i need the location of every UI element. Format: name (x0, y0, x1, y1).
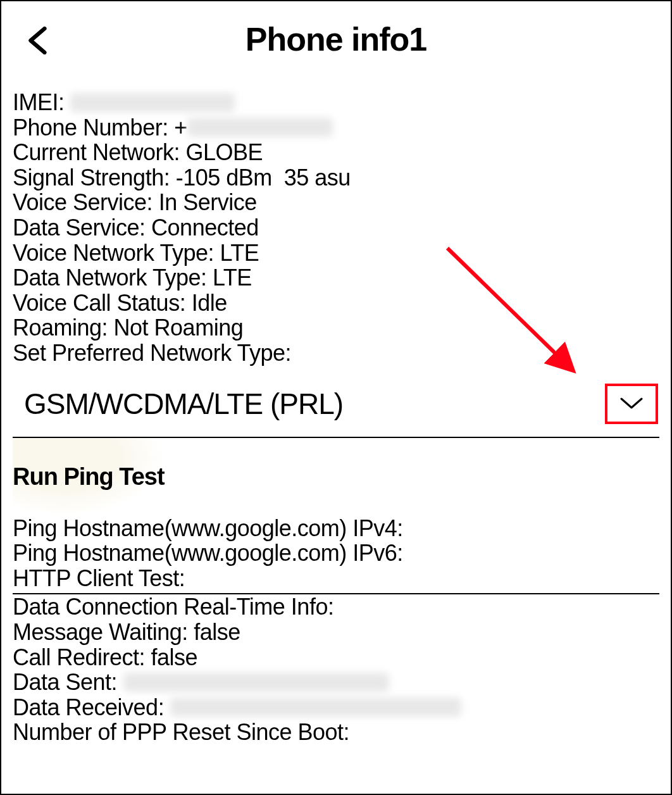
data-service-label: Data Service: (13, 215, 151, 241)
ping-ipv6-label: Ping Hostname(www.google.com) IPv6: (13, 541, 403, 566)
ppp-reset-label: Number of PPP Reset Since Boot: (13, 720, 349, 745)
voice-call-status-row: Voice Call Status: Idle (13, 291, 659, 316)
signal-strength-row: Signal Strength: -105 dBm 35 asu (13, 165, 659, 191)
ppp-reset-row: Number of PPP Reset Since Boot: (13, 720, 659, 745)
call-redirect-value: false (151, 645, 198, 670)
voice-service-row: Voice Service: In Service (13, 190, 659, 215)
header-bar: Phone info1 (1, 1, 671, 84)
dropdown-selected-value: GSM/WCDMA/LTE (PRL) (24, 387, 343, 421)
run-ping-test-button[interactable]: Run Ping Test (13, 438, 165, 516)
data-service-row: Data Service: Connected (13, 215, 659, 241)
http-client-test-row: HTTP Client Test: (13, 566, 659, 591)
message-waiting-label: Message Waiting: (13, 620, 194, 645)
data-service-value: Connected (151, 215, 259, 241)
http-client-test-label: HTTP Client Test: (13, 566, 185, 591)
phone-number-prefix: + (174, 115, 187, 141)
voice-call-status-value: Idle (192, 291, 227, 316)
imei-value-redacted (70, 93, 235, 112)
back-button[interactable] (27, 27, 51, 57)
signal-strength-label: Signal Strength: (13, 165, 176, 191)
voice-network-type-value: LTE (220, 241, 259, 266)
network-type-dropdown[interactable]: GSM/WCDMA/LTE (PRL) (13, 371, 659, 438)
signal-strength-value: -105 dBm 35 asu (176, 165, 351, 191)
phone-number-value-redacted (187, 118, 333, 137)
call-redirect-row: Call Redirect: false (13, 645, 659, 670)
data-received-row: Data Received: (13, 695, 659, 720)
imei-row: IMEI: (13, 90, 659, 115)
realtime-header-label: Data Connection Real-Time Info: (13, 594, 333, 620)
data-sent-row: Data Sent: (13, 670, 659, 695)
data-network-type-value: LTE (213, 265, 252, 291)
current-network-row: Current Network: GLOBE (13, 140, 659, 165)
data-network-type-row: Data Network Type: LTE (13, 265, 659, 291)
preferred-network-label: Set Preferred Network Type: (13, 341, 291, 366)
message-waiting-value: false (194, 620, 240, 645)
phone-number-label: Phone Number: (13, 115, 174, 141)
voice-service-value: In Service (159, 190, 257, 215)
roaming-value: Not Roaming (114, 315, 244, 341)
ping-ipv4-row: Ping Hostname(www.google.com) IPv4: (13, 516, 659, 541)
voice-call-status-label: Voice Call Status: (13, 291, 192, 316)
voice-network-type-label: Voice Network Type: (13, 241, 220, 266)
current-network-label: Current Network: (13, 140, 186, 165)
chevron-left-icon (27, 27, 51, 54)
main-content: IMEI: Phone Number: + Current Network: G… (1, 84, 671, 745)
voice-network-type-row: Voice Network Type: LTE (13, 241, 659, 266)
dropdown-chevron-highlight[interactable] (605, 384, 658, 424)
current-network-value: GLOBE (186, 140, 263, 165)
page-title: Phone info1 (14, 20, 658, 58)
preferred-network-label-row: Set Preferred Network Type: (13, 341, 659, 366)
ping-ipv4-label: Ping Hostname(www.google.com) IPv4: (13, 516, 403, 541)
imei-label: IMEI: (13, 90, 70, 115)
realtime-header-row: Data Connection Real-Time Info: (13, 594, 659, 620)
data-sent-label: Data Sent: (13, 670, 123, 695)
voice-service-label: Voice Service: (13, 190, 159, 215)
chevron-down-icon (620, 398, 643, 410)
ping-test-section: Ping Hostname(www.google.com) IPv4: Ping… (13, 516, 659, 595)
data-received-label: Data Received: (13, 695, 170, 720)
message-waiting-row: Message Waiting: false (13, 620, 659, 645)
data-received-value-redacted (170, 698, 461, 717)
data-network-type-label: Data Network Type: (13, 265, 213, 291)
roaming-row: Roaming: Not Roaming (13, 315, 659, 341)
data-sent-value-redacted (123, 673, 389, 692)
roaming-label: Roaming: (13, 315, 114, 341)
phone-number-row: Phone Number: + (13, 115, 659, 141)
ping-ipv6-row: Ping Hostname(www.google.com) IPv6: (13, 541, 659, 566)
call-redirect-label: Call Redirect: (13, 645, 151, 670)
